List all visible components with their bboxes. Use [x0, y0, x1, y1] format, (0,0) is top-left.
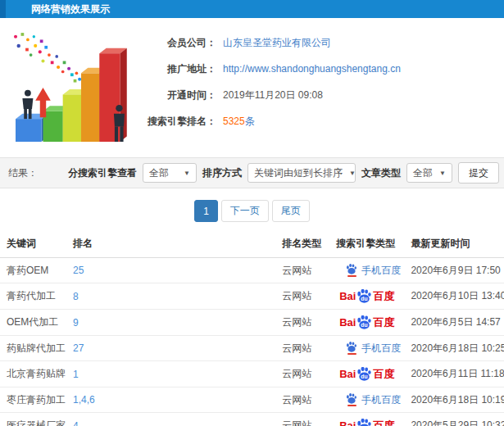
submit-button[interactable]: 提交: [458, 162, 499, 184]
keyword-cell: 北京膏药贴牌: [0, 361, 66, 387]
rank-link[interactable]: 25: [73, 265, 84, 276]
sort-select[interactable]: 关键词由短到长排序 ▼: [247, 163, 356, 183]
promo-url-link[interactable]: http://www.shandonghuangshengtang.cn: [223, 63, 401, 75]
rank-count-value: 5325条: [223, 115, 255, 129]
mobile-baidu-logo: 手机百度: [346, 342, 401, 356]
mobile-baidu-label: 手机百度: [361, 393, 401, 407]
rank-type-cell: 云网站: [275, 387, 329, 413]
updated-cell: 2020年6月10日 13:40: [404, 283, 504, 310]
table-row: 药贴牌代加工 27 云网站: [0, 336, 504, 361]
last-page-button[interactable]: 尾页: [272, 200, 310, 222]
filter-controls: 分搜索引擎查看 全部 ▼ 排序方式 关键词由短到长排序 ▼ 文章类型 全部 ▼ …: [68, 162, 499, 184]
promo-url-label: 推广地址：: [146, 62, 216, 76]
baidu-logo-cn-text: 百度: [373, 289, 394, 304]
rank-cell: 1,4,6: [66, 387, 275, 413]
article-type-select-value: 全部: [413, 166, 433, 180]
table-row: 枣庄膏药加工 1,4,6 云网站: [0, 387, 504, 413]
updated-cell: 2020年6月18日 10:19: [404, 387, 504, 413]
mobile-baidu-label: 手机百度: [361, 264, 401, 278]
mobile-baidu-paw-icon: [346, 342, 357, 355]
article-type-label: 文章类型: [361, 166, 401, 180]
baidu-logo-text: Bai: [339, 290, 356, 302]
confetti-dots: [14, 33, 86, 82]
table-header-row: 关键词 排名 排名类型 搜索引擎类型 最新更新时间: [0, 230, 504, 258]
results-table: 关键词 排名 排名类型 搜索引擎类型 最新更新时间 膏药OEM 25 云网站: [0, 230, 504, 426]
table-row: 膏药代加工 8 云网站 Bai du 百度 2020: [0, 283, 504, 310]
keyword-cell: 膏药代加工: [0, 283, 66, 310]
filter-bar: 结果： 分搜索引擎查看 全部 ▼ 排序方式 关键词由短到长排序 ▼ 文章类型 全…: [0, 157, 504, 188]
engine-cell: Bai du 百度: [329, 413, 404, 426]
header-keyword: 关键词: [0, 230, 66, 258]
svg-text:du: du: [361, 296, 368, 301]
baidu-logo-text: Bai: [339, 316, 356, 329]
svg-text:du: du: [361, 374, 368, 379]
chevron-down-icon: ▼: [439, 170, 446, 177]
rank-link[interactable]: 27: [73, 342, 84, 354]
header-engine-type: 搜索引擎类型: [329, 230, 404, 258]
rank-link[interactable]: 1,4,6: [73, 394, 95, 406]
rank-link[interactable]: 4: [73, 420, 79, 426]
open-time-label: 开通时间：: [146, 88, 216, 102]
rank-link[interactable]: 8: [73, 291, 79, 302]
page-title: 网络营销效果展示: [31, 2, 110, 16]
engine-cell: Bai du 百度: [329, 310, 404, 336]
baidu-logo-cn-text: 百度: [373, 315, 394, 330]
baidu-paw-icon: du: [356, 367, 372, 381]
keyword-cell: 膏药OEM: [0, 258, 66, 283]
info-section: 会员公司： 山东皇圣堂药业有限公司 推广地址： http://www.shand…: [0, 18, 504, 156]
rank-cell: 8: [66, 283, 275, 310]
rank-count-number: 5325: [223, 116, 245, 127]
sort-select-value: 关键词由短到长排序: [254, 166, 343, 180]
baidu-logo-text: Bai: [339, 368, 356, 380]
mobile-baidu-logo: 手机百度: [346, 393, 401, 407]
rank-cell: 25: [66, 258, 275, 283]
rank-cell: 9: [66, 310, 275, 336]
table-row: OEM代加工 9 云网站 Bai du 百度 202: [0, 310, 504, 336]
bar-chart-illustration: [5, 25, 146, 152]
updated-cell: 2020年6月18日 10:25: [404, 336, 504, 361]
baidu-logo: Bai du 百度: [339, 367, 394, 382]
keyword-cell: OEM代加工: [0, 310, 66, 336]
baidu-paw-icon: du: [356, 289, 372, 303]
header-updated: 最新更新时间: [404, 230, 504, 258]
engine-cell: 手机百度: [329, 387, 404, 413]
mobile-baidu-logo: 手机百度: [346, 264, 401, 278]
company-link[interactable]: 山东皇圣堂药业有限公司: [223, 36, 331, 50]
result-label: 结果：: [8, 166, 38, 180]
keyword-cell: 医疗器械厂家: [0, 413, 66, 426]
next-page-button[interactable]: 下一页: [221, 200, 269, 222]
keyword-cell: 药贴牌代加工: [0, 336, 66, 361]
info-row-url: 推广地址： http://www.shandonghuangshengtang.…: [146, 56, 504, 82]
header-rank: 排名: [66, 230, 275, 258]
updated-cell: 2020年6月5日 14:57: [404, 310, 504, 336]
baidu-logo: Bai du 百度: [339, 419, 394, 426]
svg-text:du: du: [361, 322, 368, 328]
info-row-rank-count: 搜索引擎排名： 5325条: [146, 108, 504, 134]
table-row: 膏药OEM 25 云网站: [0, 258, 504, 283]
chevron-down-icon: ▼: [349, 170, 356, 177]
page-1-button[interactable]: 1: [194, 200, 218, 222]
engine-filter-label: 分搜索引擎查看: [68, 166, 137, 180]
updated-cell: 2020年6月9日 17:50: [404, 258, 504, 283]
rank-count-label: 搜索引擎排名：: [146, 115, 216, 129]
article-type-select[interactable]: 全部 ▼: [406, 163, 452, 183]
header-rank-type: 排名类型: [275, 230, 329, 258]
rank-link[interactable]: 1: [73, 369, 79, 380]
baidu-logo-cn-text: 百度: [373, 367, 394, 382]
baidu-logo: Bai du 百度: [339, 315, 394, 330]
mobile-baidu-paw-icon: [346, 264, 357, 277]
engine-cell: 手机百度: [329, 258, 404, 283]
updated-cell: 2020年6月11日 11:18: [404, 361, 504, 387]
engine-select[interactable]: 全部 ▼: [143, 163, 197, 183]
rank-type-cell: 云网站: [275, 413, 329, 426]
sort-filter-label: 排序方式: [202, 166, 242, 180]
open-time-value: 2019年11月20日 09:08: [223, 88, 323, 102]
rank-link[interactable]: 9: [73, 317, 79, 329]
rank-cell: 27: [66, 336, 275, 361]
baidu-logo-cn-text: 百度: [373, 419, 394, 426]
baidu-paw-icon: du: [356, 419, 372, 426]
rank-type-cell: 云网站: [275, 283, 329, 310]
info-list: 会员公司： 山东皇圣堂药业有限公司 推广地址： http://www.shand…: [146, 25, 504, 156]
mobile-baidu-paw-icon: [346, 393, 357, 406]
table-row: 北京膏药贴牌 1 云网站 Bai du 百度 202: [0, 361, 504, 387]
